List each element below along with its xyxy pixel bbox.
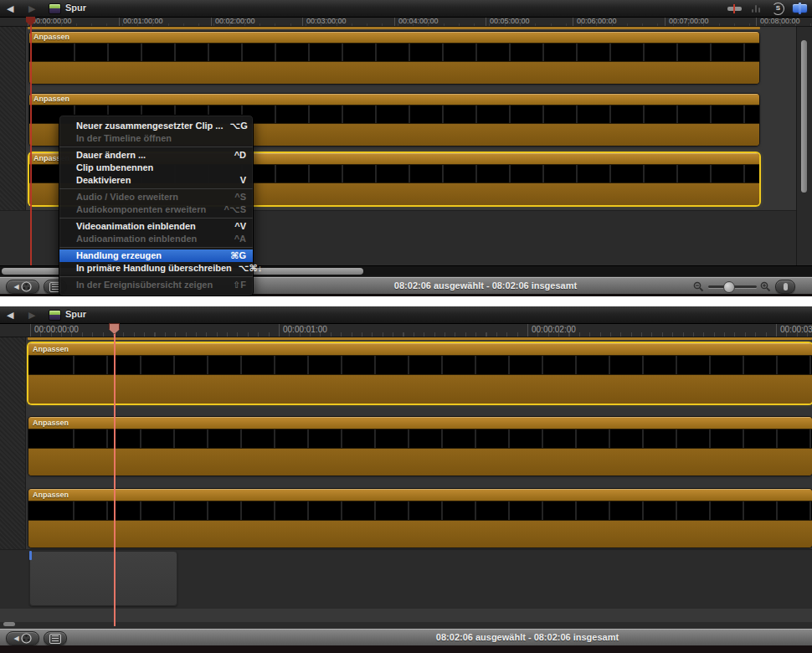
menu-separator [59, 276, 253, 277]
clip-filmstrip [29, 43, 759, 62]
clip-audio-waveform [28, 375, 812, 404]
clip-thumbnail-icon [49, 310, 61, 321]
timeline-title: Spur [65, 3, 86, 13]
ruler-timecode: 00:06:00:00 [573, 17, 617, 26]
ruler-timecode: 00:02:00:00 [211, 17, 255, 26]
ruler-timecode: 00:05:00:00 [486, 17, 530, 26]
menu-item-disabled: Audiokomponenten erweitern^⌥S [59, 203, 253, 216]
gap-clip[interactable] [29, 551, 177, 606]
clip-thumbnail-icon [49, 3, 61, 14]
clip-audio-waveform [28, 449, 812, 476]
timeline-clip[interactable]: Anpassen [29, 32, 759, 84]
timeline-ruler[interactable]: 00:00:00:00 00:00:01:00 00:00:02:00 00:0… [0, 323, 812, 337]
clip-appearance-icon [784, 283, 788, 291]
ruler-timecode: 00:00:00:00 [30, 323, 79, 337]
ruler-timecode: 00:07:00:00 [665, 17, 709, 26]
ruler-timecode: 00:03:00:00 [302, 17, 347, 26]
timeline-header-bar: ◀ ▶ Spur [0, 306, 812, 324]
zoom-slider-thumb[interactable] [723, 281, 735, 293]
menu-separator [59, 218, 253, 219]
timeline-panel-top: Anpassen Anpassen Anpassen 00:00:00:0 [0, 0, 812, 296]
media-browser-button[interactable]: ◀ [6, 631, 39, 645]
film-reel-icon [21, 633, 32, 644]
timeline-ruler[interactable]: 00:00:00:00 00:01:00:00 00:02:00:00 00:0… [0, 17, 812, 27]
timeline-toolbar: ◀ 08:02:06 ausgewählt - 08:02:06 insgesa… [0, 628, 812, 646]
magnifier-minus-icon[interactable] [693, 281, 704, 292]
playhead[interactable] [30, 17, 32, 265]
timeline-index-button[interactable] [44, 631, 67, 645]
ruler-timecode: 00:00:01:00 [279, 323, 327, 337]
audio-skimming-icon[interactable] [750, 4, 763, 13]
window-bottom-edge [0, 645, 812, 653]
clip-title: Anpassen [28, 417, 812, 429]
skimming-icon[interactable] [727, 4, 742, 13]
clip-audio-waveform [29, 62, 759, 84]
clip-filmstrip [28, 501, 812, 521]
snapping-icon[interactable] [793, 4, 807, 13]
menu-item-disabled: Audio / Video erweitern^S [59, 191, 253, 203]
timeline-content: Anpassen Anpassen Anpassen [0, 337, 812, 628]
film-reel-icon [21, 281, 32, 292]
ruler-frame-ticks [30, 332, 812, 337]
playhead[interactable] [114, 323, 116, 626]
menu-item-disabled: In der Ereignisübersicht zeigen⇧F [59, 279, 253, 291]
duration-status-text: 08:02:06 ausgewählt - 08:02:06 insgesamt [331, 280, 640, 291]
menu-item-disabled: Audioanimation einblenden^A [59, 233, 253, 245]
clip-filmstrip [28, 355, 812, 375]
screenshot-stage: Anpassen Anpassen Anpassen 00:00:00:0 [0, 0, 812, 653]
ruler-timecode: 00:01:00:00 [119, 17, 163, 26]
menu-item[interactable]: Neuer zusammengesetzter Clip ...⌥G [59, 120, 253, 132]
magnifier-plus-icon[interactable] [760, 281, 771, 292]
menu-item-highlighted[interactable]: Handlung erzeugen⌘G [59, 249, 253, 262]
list-icon [49, 634, 61, 644]
timeline-title: Spur [65, 309, 86, 319]
menu-separator [59, 247, 253, 248]
menu-item[interactable]: Dauer ändern ...^D [59, 149, 253, 162]
ruler-timecode: 00:04:00:00 [394, 17, 439, 26]
timeline-clip-selected[interactable]: Anpassen [28, 343, 812, 404]
vertical-scrollbar-track[interactable] [796, 26, 812, 265]
clip-audio-waveform [28, 521, 812, 548]
clip-title: Anpassen [28, 489, 812, 501]
back-button[interactable]: ◀ [7, 308, 13, 321]
solo-icon[interactable]: S [772, 3, 784, 15]
menu-item[interactable]: In primäre Handlung überschreiben⌥⌘↓ [59, 262, 253, 275]
arrow-left-icon: ◀ [13, 284, 18, 291]
menu-item[interactable]: Clip umbenennen [59, 162, 253, 174]
duration-status-text: 08:02:06 ausgewählt - 08:02:06 insgesamt [377, 632, 678, 642]
menu-item-disabled: In der Timeline öffnen [59, 132, 253, 145]
edit-point-marker [29, 551, 32, 560]
menu-separator [59, 188, 253, 189]
timeline-header-bar: ◀ ▶ Spur S [0, 0, 812, 18]
ruler-timecode: 00:08:00:00 [756, 17, 800, 26]
storyline-lane-band [0, 608, 812, 622]
clip-title: Anpassen [29, 32, 759, 43]
back-button[interactable]: ◀ [7, 2, 13, 15]
media-browser-button[interactable]: ◀ [6, 280, 39, 294]
horizontal-scrollbar-thumb[interactable] [3, 622, 15, 626]
timeline-clip[interactable]: Anpassen [28, 417, 812, 476]
timeline-clip[interactable]: Anpassen [28, 489, 812, 548]
partial-clip-edge [28, 27, 760, 29]
clip-title: Anpassen [29, 94, 759, 105]
clip-filmstrip [28, 429, 812, 449]
vertical-scrollbar-thumb[interactable] [801, 40, 807, 193]
timeline-panel-bottom: Anpassen Anpassen Anpassen [0, 306, 812, 653]
context-menu: Neuer zusammengesetzter Clip ...⌥G In de… [59, 115, 254, 296]
ruler-timecode: 00:00:02:00 [527, 323, 576, 337]
header-icon-cluster: S [727, 3, 807, 14]
menu-separator [59, 147, 253, 147]
forward-button[interactable]: ▶ [28, 2, 35, 15]
forward-button[interactable]: ▶ [28, 308, 35, 321]
ruler-timecode: 00:00:03:00 [776, 323, 812, 337]
menu-item[interactable]: Videoanimation einblenden^V [59, 220, 253, 233]
clip-title: Anpassen [28, 343, 812, 355]
menu-item[interactable]: DeaktivierenV [59, 174, 253, 187]
arrow-left-icon: ◀ [13, 635, 18, 642]
clip-appearance-button[interactable] [775, 280, 795, 294]
